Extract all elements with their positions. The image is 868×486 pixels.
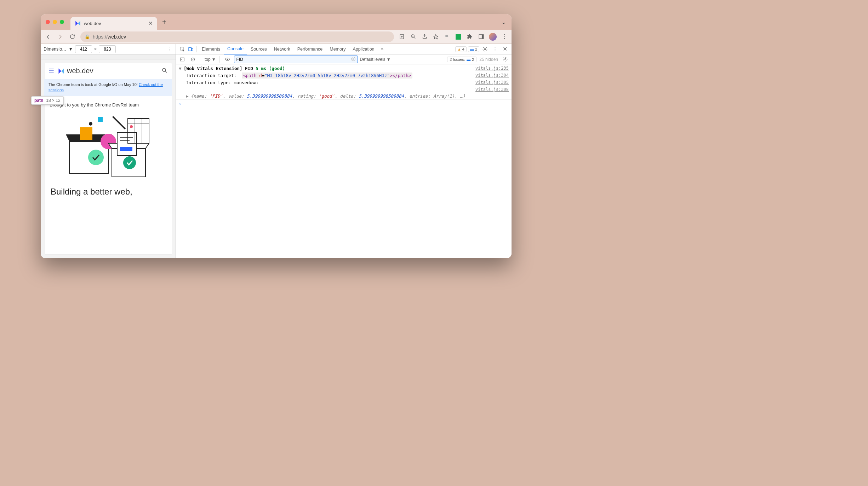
svg-point-12 — [123, 156, 136, 169]
device-menu-button[interactable]: ⋮ — [167, 46, 173, 52]
svg-point-25 — [484, 48, 486, 50]
svg-rect-13 — [117, 133, 137, 156]
reload-button[interactable] — [68, 33, 76, 41]
url-box[interactable]: 🔒 https://web.dev — [80, 31, 394, 42]
device-panel: Dimensio… ▼ × ⋮ ☰ web.dev — [41, 44, 176, 258]
device-toolbar: Dimensio… ▼ × ⋮ — [41, 44, 176, 54]
hamburger-icon[interactable]: ☰ — [48, 67, 54, 75]
tab-console[interactable]: Console — [224, 44, 247, 54]
svg-point-29 — [227, 59, 228, 60]
console-output: ▼ [Web Vitals Extension] FID 5 ms (good)… — [176, 64, 512, 258]
close-window-button[interactable] — [46, 20, 50, 24]
console-row[interactable]: ▼ [Web Vitals Extension] FID 5 ms (good)… — [176, 65, 512, 72]
flag-icon[interactable] — [444, 33, 451, 40]
main-content: Dimensio… ▼ × ⋮ ☰ web.dev — [41, 44, 512, 258]
tab-performance[interactable]: Performance — [294, 44, 326, 54]
tab-sources[interactable]: Sources — [247, 44, 270, 54]
minimize-window-button[interactable] — [53, 20, 57, 24]
expand-arrow-icon[interactable]: ▼ — [179, 66, 184, 71]
page-header: ☰ web.dev — [44, 63, 172, 79]
svg-line-28 — [192, 58, 194, 60]
devtools-tabbar: Elements Console Sources Network Perform… — [176, 44, 512, 54]
close-tab-button[interactable]: ✕ — [148, 20, 153, 27]
traffic-lights — [46, 20, 64, 24]
inspect-element-button[interactable] — [178, 45, 187, 53]
tab-elements[interactable]: Elements — [198, 44, 224, 54]
profile-avatar[interactable] — [489, 33, 497, 41]
console-row[interactable]: Interaction type: mousedown vitals.js:30… — [176, 79, 512, 86]
lock-icon: 🔒 — [85, 34, 90, 39]
source-link[interactable]: vitals.js:235 — [475, 66, 509, 71]
browser-menu-button[interactable]: ⋮ — [501, 33, 508, 40]
browser-tab[interactable]: web.dev ✕ — [70, 17, 157, 30]
console-filter[interactable]: ⓧ — [234, 56, 358, 63]
svg-point-21 — [130, 125, 133, 128]
side-panel-icon[interactable] — [478, 33, 485, 40]
console-row[interactable]: vitals.js:308 — [176, 86, 512, 93]
tab-application[interactable]: Application — [349, 44, 378, 54]
issues-pill[interactable]: 2 Issues: ▬2 — [447, 57, 476, 62]
height-input[interactable] — [99, 45, 116, 53]
source-link[interactable]: vitals.js:308 — [475, 87, 509, 92]
filter-input[interactable] — [236, 57, 351, 62]
console-row[interactable]: Interaction target: <path d="M3 18h18v-2… — [176, 72, 512, 79]
width-input[interactable] — [75, 45, 92, 53]
svg-rect-23 — [189, 47, 191, 51]
toolbar-right: ⋮ — [398, 33, 508, 41]
dimensions-label[interactable]: Dimensio… — [44, 47, 67, 52]
tab-title: web.dev — [84, 21, 145, 26]
search-icon[interactable] — [161, 67, 168, 75]
dimensions-dropdown-icon[interactable]: ▼ — [69, 47, 73, 52]
source-link[interactable]: vitals.js:304 — [475, 73, 509, 78]
hero-illustration — [44, 110, 172, 184]
address-bar: 🔒 https://web.dev ⋮ — [41, 30, 512, 44]
svg-rect-7 — [98, 117, 103, 122]
devtools-settings-button[interactable] — [481, 45, 489, 53]
console-prompt[interactable]: › — [176, 100, 512, 108]
share-icon[interactable] — [421, 33, 428, 40]
clear-filter-button[interactable]: ⓧ — [351, 56, 355, 62]
forward-button[interactable] — [56, 33, 64, 41]
live-expression-button[interactable] — [223, 55, 232, 64]
hidden-count[interactable]: 25 hidden — [479, 57, 498, 62]
expand-arrow-icon[interactable]: ▶ — [186, 93, 191, 99]
tab-favicon-icon — [75, 20, 81, 27]
clear-console-button[interactable] — [189, 55, 197, 64]
tab-network[interactable]: Network — [270, 44, 294, 54]
extensions-icon[interactable] — [466, 33, 473, 40]
browser-window: web.dev ✕ + ⌄ 🔒 https://web.dev ⋮ — [41, 14, 512, 258]
dim-separator: × — [94, 47, 97, 52]
simulated-page: ☰ web.dev The Chrome team is back at Goo… — [44, 63, 172, 255]
install-icon[interactable] — [398, 33, 405, 40]
zoom-icon[interactable] — [410, 33, 417, 40]
console-row[interactable]: ▶ {name: 'FID', value: 5.399999998509884… — [176, 93, 512, 100]
svg-rect-2 — [481, 35, 483, 39]
device-ruler — [41, 54, 176, 59]
context-selector[interactable]: top ▼ — [205, 57, 216, 62]
more-tabs-button[interactable]: » — [378, 45, 387, 53]
device-viewport: ☰ web.dev The Chrome team is back at Goo… — [41, 59, 176, 258]
devtools-close-button[interactable]: ✕ — [501, 46, 509, 52]
svg-rect-9 — [112, 116, 125, 129]
bookmark-icon[interactable] — [432, 33, 439, 40]
element-tooltip: path 18 × 12 — [41, 96, 64, 105]
console-settings-button[interactable] — [501, 55, 509, 64]
info-badge[interactable]: ▬2 — [468, 46, 479, 52]
devtools: Elements Console Sources Network Perform… — [176, 44, 512, 258]
tab-overflow-button[interactable]: ⌄ — [501, 19, 506, 25]
warnings-badge[interactable]: ▲4 — [455, 46, 467, 52]
extension-square-icon[interactable] — [455, 33, 462, 40]
maximize-window-button[interactable] — [60, 20, 64, 24]
tooltip-dimensions: 18 × 12 — [46, 98, 60, 103]
device-mode-button[interactable] — [187, 45, 195, 53]
devtools-menu-button[interactable]: ⋮ — [491, 45, 499, 53]
new-tab-button[interactable]: + — [162, 18, 166, 26]
source-link[interactable]: vitals.js:305 — [475, 80, 509, 85]
console-sidebar-toggle[interactable] — [178, 55, 187, 64]
page-logo[interactable]: web.dev — [58, 67, 93, 75]
tab-memory[interactable]: Memory — [326, 44, 349, 54]
back-button[interactable] — [44, 33, 52, 41]
log-levels-selector[interactable]: Default levels ▼ — [360, 57, 391, 62]
logo-icon — [58, 68, 65, 75]
svg-point-8 — [89, 122, 92, 126]
